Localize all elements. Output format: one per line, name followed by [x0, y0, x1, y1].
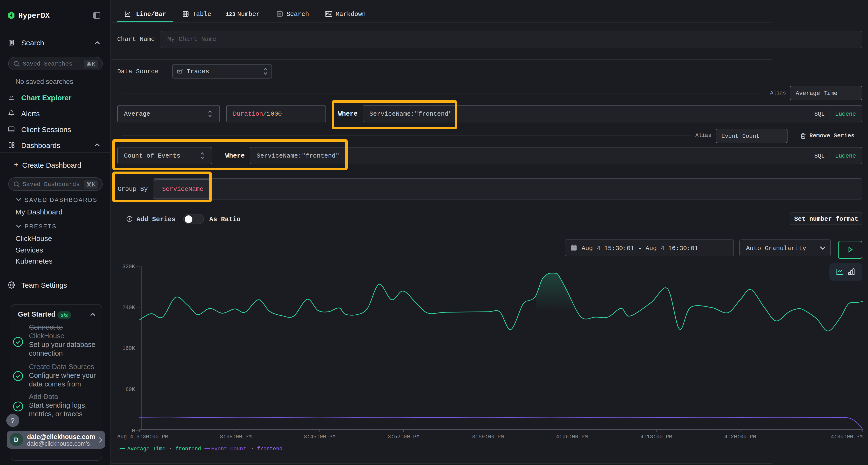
svg-text:0: 0 — [132, 428, 135, 434]
svg-text:·: · — [251, 446, 254, 452]
svg-text:3:59:00 PM: 3:59:00 PM — [472, 434, 504, 440]
svg-text:Aug 4 3:30:00 PM: Aug 4 3:30:00 PM — [117, 434, 168, 440]
svg-text:4:13:00 PM: 4:13:00 PM — [641, 434, 672, 440]
svg-text:4:06:00 PM: 4:06:00 PM — [556, 434, 588, 440]
svg-text:frontend: frontend — [257, 446, 283, 452]
svg-text:3:45:00 PM: 3:45:00 PM — [304, 434, 336, 440]
svg-text:3:52:00 PM: 3:52:00 PM — [388, 434, 420, 440]
svg-text:240K: 240K — [122, 305, 135, 311]
svg-text:Event Count: Event Count — [211, 446, 246, 452]
svg-text:4:20:00 PM: 4:20:00 PM — [724, 434, 756, 440]
svg-text:160K: 160K — [122, 345, 135, 352]
svg-text:·: · — [169, 446, 172, 452]
svg-text:frontend: frontend — [176, 446, 201, 452]
svg-text:80K: 80K — [125, 387, 135, 393]
svg-text:320K: 320K — [122, 264, 135, 270]
svg-text:3:38:00 PM: 3:38:00 PM — [220, 434, 252, 440]
svg-text:4:30:00 PM: 4:30:00 PM — [831, 434, 863, 440]
svg-text:Average Time: Average Time — [127, 446, 165, 452]
